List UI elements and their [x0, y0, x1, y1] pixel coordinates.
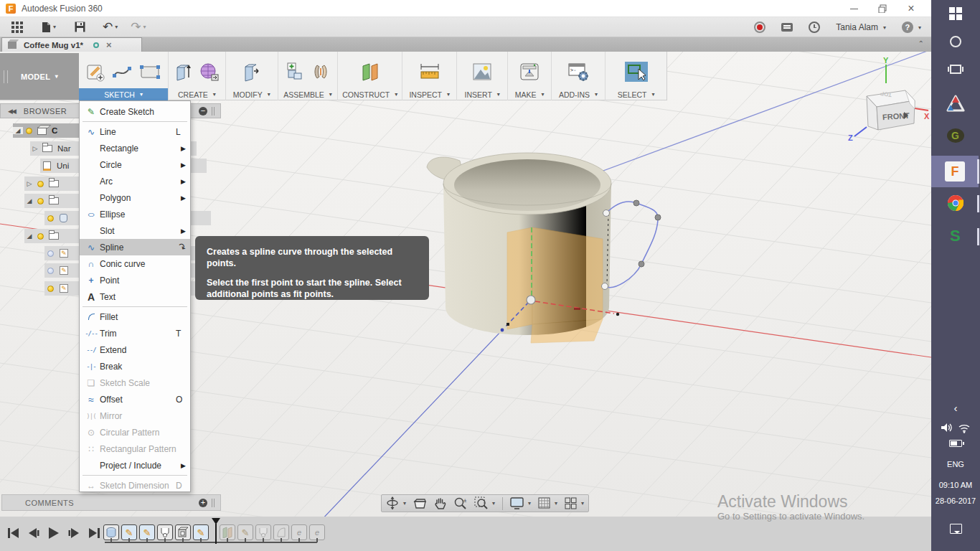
pan-button[interactable] — [434, 497, 446, 510]
s-app-button[interactable]: S — [931, 226, 980, 245]
expander-open-icon[interactable]: ◢ — [24, 197, 34, 204]
visibility-bulb-icon[interactable] — [47, 215, 54, 222]
timeline-go-to-end-button[interactable] — [86, 525, 102, 541]
workspace-switcher[interactable]: MODEL ▾ — [0, 53, 79, 100]
menu-item-conic-curve[interactable]: ∩ Conic curve — [80, 255, 190, 272]
chrome-button[interactable] — [931, 194, 980, 212]
redo-button[interactable]: ↷ ▾ — [131, 22, 146, 33]
live-review-button[interactable] — [781, 23, 793, 32]
expander-open-icon[interactable]: ◢ — [24, 232, 34, 240]
visibility-bulb-icon[interactable] — [37, 233, 44, 240]
timeline-position-marker[interactable] — [212, 518, 220, 544]
add-comment-icon[interactable]: + — [199, 499, 207, 507]
expander-closed-icon[interactable]: ▷ — [24, 180, 34, 187]
ribbon-tab-inspect[interactable]: INSPECT▾ — [402, 88, 456, 100]
show-hidden-icons-button[interactable]: ‹ — [931, 402, 980, 414]
menu-item-line[interactable]: ∿ Line L — [80, 123, 190, 140]
app-grid-button[interactable] — [11, 22, 23, 33]
collapse-toolbar-chevron[interactable]: ⌃ — [918, 39, 924, 47]
menu-item-point[interactable]: + Point — [80, 272, 190, 288]
battery-button[interactable] — [931, 440, 980, 447]
menu-item-spline[interactable]: ∿ Spline ↷ — [80, 239, 190, 255]
select-tool-icon[interactable] — [624, 61, 649, 83]
spline-tool-icon[interactable] — [112, 63, 133, 80]
rectangle-tool-icon[interactable] — [139, 64, 161, 80]
ribbon-tab-insert[interactable]: INSERT▾ — [457, 88, 508, 100]
visibility-bulb-off-icon[interactable] — [47, 268, 54, 274]
visibility-bulb-icon[interactable] — [47, 286, 54, 292]
browser-grip-handle[interactable] — [212, 107, 215, 116]
extrude-icon[interactable] — [174, 62, 193, 82]
expander-closed-icon[interactable]: ▷ — [30, 145, 40, 152]
browser-minimize-icon[interactable]: − — [199, 107, 207, 116]
volume-icon[interactable] — [941, 422, 953, 433]
visibility-bulb-icon[interactable] — [37, 198, 44, 204]
start-button[interactable] — [931, 7, 980, 20]
menu-item-circular-pattern[interactable]: ⊙ Circular Pattern — [80, 424, 190, 441]
joint-icon[interactable] — [311, 62, 330, 81]
menu-item-fillet[interactable]: Fillet — [80, 309, 190, 325]
ribbon-tab-addins[interactable]: ADD-INS▾ — [552, 88, 605, 100]
cortana-button[interactable] — [931, 36, 980, 47]
wifi-icon[interactable] — [958, 423, 971, 433]
grid-layout-button[interactable]: ▾ — [538, 497, 557, 509]
menu-item-create-sketch[interactable]: ✎ Create Sketch — [80, 103, 190, 120]
help-button[interactable]: ? ▾ — [902, 22, 921, 33]
fusion360-taskbar-active-tile[interactable]: F — [931, 156, 979, 187]
menu-item-ellipse[interactable]: ○ Ellipse — [80, 206, 190, 222]
ribbon-tab-sketch[interactable]: SKETCH▾ — [79, 88, 168, 100]
clock-date[interactable]: 28-06-2017 — [931, 496, 980, 505]
visibility-bulb-icon[interactable] — [37, 181, 44, 187]
g-app-button[interactable]: G — [931, 128, 980, 143]
timeline-step-back-button[interactable] — [26, 525, 42, 541]
ribbon-tab-create[interactable]: CREATE▾ — [169, 88, 225, 100]
menu-item-arc[interactable]: Arc ▶ — [80, 173, 190, 189]
minimize-button[interactable] — [839, 0, 868, 17]
construct-plane-icon[interactable] — [359, 62, 381, 82]
autodesk-app-button[interactable] — [931, 95, 980, 113]
orbit-button[interactable]: ▾ — [386, 496, 406, 510]
visibility-bulb-off-icon[interactable] — [47, 250, 54, 257]
close-button[interactable]: × — [897, 0, 925, 17]
action-center-button[interactable] — [931, 524, 980, 534]
ribbon-tab-modify[interactable]: MODIFY▾ — [226, 88, 278, 100]
new-component-icon[interactable] — [286, 62, 306, 82]
viewports-button[interactable]: ▾ — [565, 497, 584, 509]
menu-item-mirror[interactable]: )|( Mirror — [80, 408, 190, 424]
menu-item-extend[interactable]: --/ Extend — [80, 342, 190, 358]
make-3dprint-icon[interactable] — [519, 62, 540, 81]
comments-grip-handle[interactable] — [212, 499, 215, 507]
menu-item-break[interactable]: -|- Break — [80, 358, 190, 375]
comments-bar[interactable]: COMMENTS + — [1, 494, 221, 511]
user-account-button[interactable]: Tania Alam ▾ — [836, 22, 886, 32]
ribbon-tab-construct[interactable]: CONSTRUCT▾ — [338, 88, 402, 100]
menu-item-text[interactable]: A Text — [80, 288, 190, 305]
file-menu-button[interactable]: ▾ — [42, 22, 56, 33]
menu-item-project-include[interactable]: Project / Include ▶ — [80, 457, 190, 474]
clock-time[interactable]: 09:10 AM — [931, 481, 980, 489]
zoom-button[interactable]: ± — [453, 496, 467, 510]
collapse-browser-icon[interactable]: ◀◀ — [8, 108, 15, 115]
menu-item-sketch-dimension[interactable]: ↔ Sketch Dimension D — [80, 477, 190, 494]
menu-item-slot[interactable]: Slot ▶ — [80, 222, 190, 239]
timeline-play-button[interactable] — [46, 525, 62, 541]
menu-item-rectangle[interactable]: Rectangle ▶ — [80, 140, 190, 156]
timeline-step-forward-button[interactable] — [66, 525, 82, 541]
tab-close-icon[interactable]: × — [106, 39, 112, 50]
menu-item-polygon[interactable]: Polygon ▶ — [80, 189, 190, 206]
restore-button[interactable] — [868, 0, 897, 17]
save-button[interactable] — [75, 22, 85, 32]
undo-button[interactable]: ↶ ▾ — [103, 22, 118, 33]
language-indicator[interactable]: ENG — [931, 460, 980, 468]
look-at-button[interactable] — [413, 498, 427, 509]
ribbon-tab-make[interactable]: MAKE▾ — [508, 88, 550, 100]
press-pull-icon[interactable] — [242, 62, 262, 82]
view-cube[interactable]: Y X Z TOP FRONT — [845, 56, 931, 142]
create-form-icon[interactable] — [199, 62, 219, 82]
timeline-go-to-start-button[interactable] — [6, 525, 22, 541]
job-status-button[interactable] — [809, 22, 820, 33]
visibility-bulb-icon[interactable] — [26, 128, 32, 134]
record-button[interactable] — [754, 22, 765, 33]
menu-item-circle[interactable]: Circle ▶ — [80, 156, 190, 173]
menu-item-rectangular-pattern[interactable]: ∷ Rectangular Pattern — [80, 441, 190, 457]
